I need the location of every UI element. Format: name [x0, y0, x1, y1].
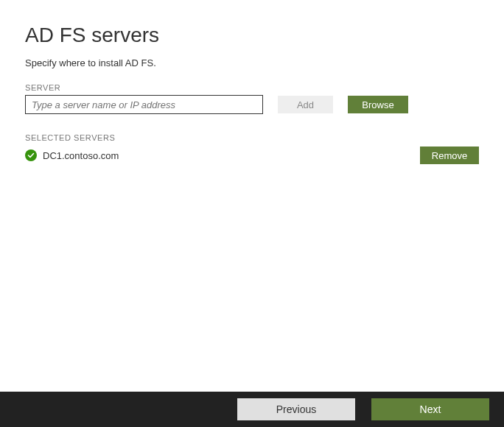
previous-button[interactable]: Previous [237, 398, 355, 420]
next-button[interactable]: Next [371, 398, 489, 420]
add-button[interactable]: Add [278, 96, 333, 113]
check-circle-icon [25, 149, 37, 161]
selected-servers-label: SELECTED SERVERS [25, 133, 479, 142]
page-subtitle: Specify where to install AD FS. [25, 57, 479, 68]
server-name-input[interactable] [25, 95, 263, 114]
browse-button[interactable]: Browse [348, 96, 408, 113]
remove-button[interactable]: Remove [420, 147, 479, 164]
wizard-footer: Previous Next [0, 392, 504, 427]
selected-server-name: DC1.contoso.com [43, 150, 119, 161]
server-label: SERVER [25, 83, 479, 92]
selected-server-row: DC1.contoso.com Remove [25, 147, 479, 164]
page-title: AD FS servers [25, 24, 479, 47]
